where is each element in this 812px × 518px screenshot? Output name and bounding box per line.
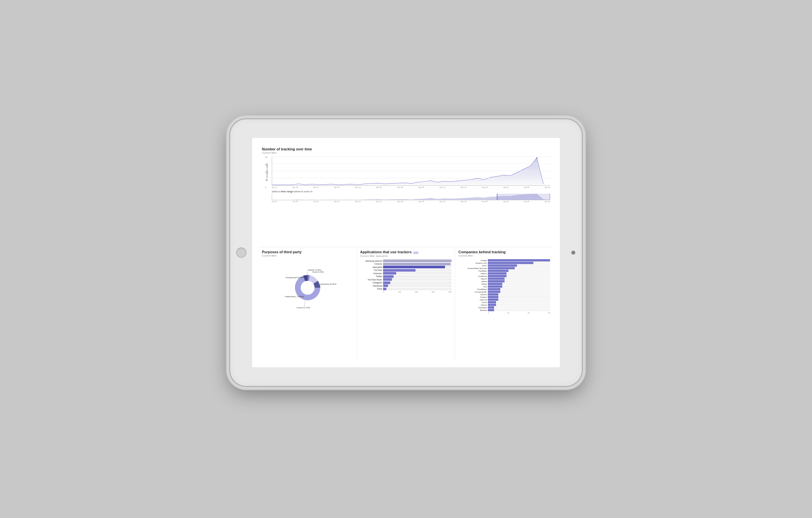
company-bar-bg-amazon[interactable] <box>488 262 550 264</box>
app-label-unknown: Unknown <box>360 272 383 275</box>
apps-title: Applications that use trackers <box>360 250 412 254</box>
company-bar-krie <box>488 285 502 288</box>
company-bar-bg-twitter[interactable] <box>488 283 550 285</box>
company-label-criteo: Criteo <box>458 301 488 303</box>
y-tick-40: 40 <box>265 171 267 173</box>
bottom-row: Purposes of third party Current filter: <box>259 247 553 361</box>
app-bar-bg-chrome[interactable] <box>383 263 452 265</box>
company-bar-bg-bluekai[interactable] <box>488 309 550 311</box>
company-row-aws: AmazonWeb Services <box>458 267 550 269</box>
apps-tick-0: 0 <box>383 291 384 293</box>
app-bar-bg-unknown[interactable] <box>383 272 452 275</box>
brush-chart-area[interactable] <box>272 194 550 200</box>
brush-x-jan09: Jan 09 <box>524 200 529 202</box>
companies-tick-20: 20 <box>528 312 530 314</box>
company-bar-bg-adobe[interactable] <box>488 280 550 282</box>
brush-x-dec12: Dec 12 <box>440 200 445 202</box>
company-row-pubmatic: PubMatic <box>458 270 550 272</box>
company-row-chartbeat: Chartbeat <box>458 306 550 309</box>
pie-chart-container: Social (4.10%) Analytics (4.10%) Uncateg… <box>262 259 353 310</box>
app-bar-bg-drive[interactable] <box>383 288 452 290</box>
app-bar-bg-aamulehti[interactable] <box>383 266 452 268</box>
brush-x-jan02: Jan 02 <box>503 200 509 202</box>
companies-title: Companies behind tracking <box>458 250 550 254</box>
app-bar-bg-youtube[interactable] <box>383 269 452 272</box>
apps-bars-container: Samsung Internet Chrome Aamulehti <box>360 260 452 290</box>
gridline-top <box>272 156 550 157</box>
company-bar-bg-adform[interactable] <box>488 272 550 275</box>
brush-label: select a time range below to zoom in <box>272 190 550 193</box>
companies-bars-container: Google Amazon.com AT&T AmazonWeb Service… <box>458 259 550 311</box>
y-tick-60: 60 <box>265 164 267 166</box>
app-bar-fill-facebook <box>383 284 388 287</box>
company-bar-bg-google[interactable] <box>488 259 550 262</box>
app-bar-bg-ytmusic[interactable] <box>383 278 452 281</box>
company-bar-adform <box>488 272 506 275</box>
company-bar-criteo <box>488 301 496 303</box>
app-bar-fill-instagram <box>383 281 390 284</box>
company-row-improvd: Improvd <box>458 298 550 301</box>
app-bar-fill-youtube <box>383 269 415 272</box>
company-bar-bg-chartbeat[interactable] <box>488 306 550 309</box>
company-bar-bg-openx[interactable] <box>488 277 550 280</box>
company-label-att: AT&T <box>458 265 488 267</box>
company-bar-bg-facebook[interactable] <box>488 275 550 277</box>
x-label-nov21: Nov 21 <box>376 186 382 188</box>
company-label-conversant: ConversantM. <box>458 291 488 293</box>
brush-x-dec26: Dec 26 <box>482 200 488 202</box>
company-bar-amazon <box>488 262 533 264</box>
app-bar-fill-twitter <box>383 275 394 278</box>
x-label-dec19: Dec 19 <box>461 186 466 188</box>
app-row-instagram: Instagram <box>360 281 452 284</box>
companies-x-ticks: 0 10 20 30 <box>488 312 550 314</box>
company-bar-bg-conversant[interactable] <box>488 291 550 293</box>
company-row-krie: Krie <box>458 285 550 288</box>
x-label-dec12: Dec 12 <box>440 186 445 188</box>
company-bar-adobe <box>488 280 504 282</box>
label-social: Social (4.10%) <box>312 271 324 273</box>
company-label-verizon: Verizon <box>458 294 488 296</box>
brush-x-oct24: Oct 24 <box>292 200 298 202</box>
company-bar-bg-freewheel[interactable] <box>488 288 550 290</box>
company-bar-bg-improvd[interactable] <box>488 298 550 301</box>
company-row-facebook: Facebook <box>458 275 550 277</box>
company-bar-bg-federal[interactable] <box>488 296 550 298</box>
company-row-federal: Federal <box>458 296 550 298</box>
apps-tick-200: 200 <box>415 291 418 293</box>
app-label-ytmusic: YouTube Music <box>360 278 383 281</box>
company-row-verizon: Verizon <box>458 293 550 296</box>
company-row-openx: OpenX <box>458 277 550 280</box>
x-label-oct24: Oct 24 <box>292 186 298 188</box>
company-bar-bg-verizon[interactable] <box>488 293 550 296</box>
brush-selection <box>497 194 550 200</box>
company-bar-advent <box>488 304 496 306</box>
app-bar-fill-drive <box>383 288 386 290</box>
area-fill <box>272 158 550 185</box>
company-label-pubmatic: PubMatic <box>458 270 488 272</box>
gridline-75 <box>272 178 550 178</box>
app-bar-bg-samsung[interactable] <box>383 260 452 262</box>
company-bar-bg-aws[interactable] <box>488 267 550 269</box>
company-bar-bg-pubmatic[interactable] <box>488 270 550 272</box>
brush-x-dec05: Dec 05 <box>418 200 424 202</box>
company-bar-bg-advent[interactable] <box>488 304 550 306</box>
y-tick-0: 0 <box>265 186 267 188</box>
app-bar-bg-facebook[interactable] <box>383 284 452 287</box>
company-bar-verizon <box>488 293 498 296</box>
brush-x-labels: Oct 17 Oct 24 Oct 31 Nov 07 Nov 14 Nov 2… <box>272 200 550 202</box>
company-row-adform: Adform <box>458 272 550 275</box>
app-bar-bg-instagram[interactable] <box>383 281 452 284</box>
reset-button[interactable]: reset <box>413 251 418 253</box>
app-bar-fill-samsung <box>383 260 452 262</box>
x-label-jan02: Jan 02 <box>503 186 509 188</box>
company-row-amazon: Amazon.com <box>458 262 550 264</box>
company-bar-bg-criteo[interactable] <box>488 301 550 303</box>
donut-svg: Social (4.10%) Analytics (4.10%) Uncateg… <box>262 259 353 310</box>
app-row-aamulehti: Aamulehti <box>360 266 452 268</box>
company-bar-bg-krie[interactable] <box>488 285 550 288</box>
company-bar-google <box>488 259 550 262</box>
app-bar-bg-twitter[interactable] <box>383 275 452 278</box>
company-bar-bg-att[interactable] <box>488 265 550 267</box>
label-content: Content (17.21%) <box>297 307 310 309</box>
x-label-nov07: Nov 07 <box>334 186 340 188</box>
